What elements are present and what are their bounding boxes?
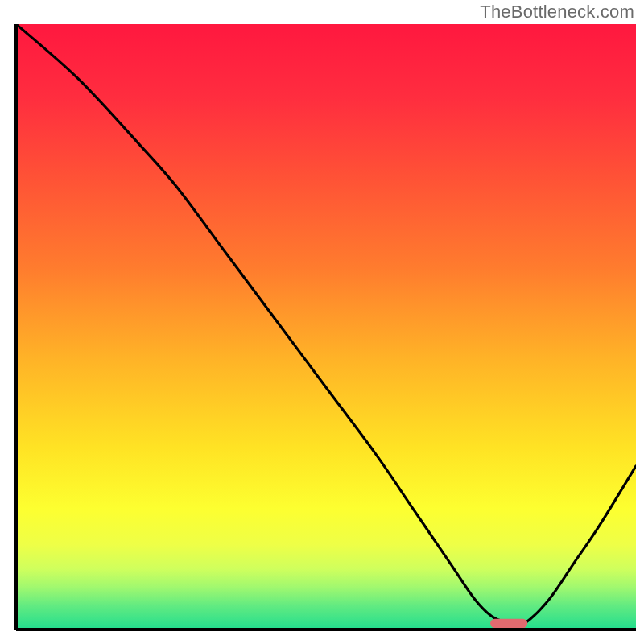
optimum-marker bbox=[490, 619, 527, 628]
chart-container: { "watermark": "TheBottleneck.com", "col… bbox=[0, 0, 644, 644]
gradient-background bbox=[16, 24, 636, 630]
bottleneck-chart bbox=[0, 0, 644, 644]
